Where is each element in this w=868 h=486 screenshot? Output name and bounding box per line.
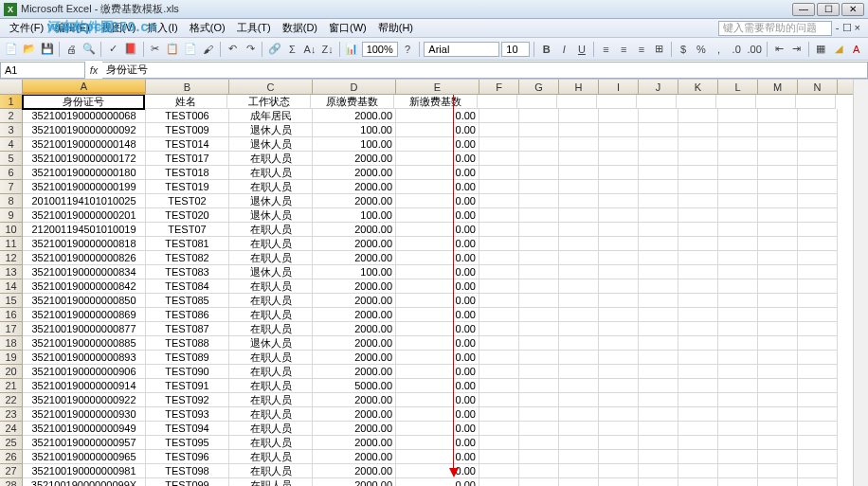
cell-21-G[interactable] — [519, 379, 559, 393]
cell-14-J[interactable] — [639, 279, 678, 294]
cell-6-K[interactable] — [678, 166, 718, 180]
inc-indent-icon[interactable]: ⇥ — [788, 41, 805, 58]
cell-12-J[interactable] — [639, 251, 678, 265]
cell-21-N[interactable] — [798, 379, 838, 393]
cell-25-F[interactable] — [479, 436, 519, 450]
cell-7-E[interactable]: 0.00 — [396, 180, 479, 194]
cell-15-N[interactable] — [798, 294, 838, 308]
cell-9-M[interactable] — [758, 208, 798, 223]
cell-5-C[interactable]: 在职人员 — [229, 152, 313, 166]
cell-18-N[interactable] — [798, 336, 838, 351]
fillcolor-icon[interactable]: ◢ — [831, 41, 847, 58]
cell-14-D[interactable]: 2000.00 — [313, 279, 396, 294]
column-header-F[interactable]: F — [479, 80, 519, 94]
cell-17-J[interactable] — [639, 322, 678, 336]
cell-9-A[interactable]: 352100190000000201 — [23, 208, 146, 223]
cell-22-H[interactable] — [559, 393, 599, 407]
cell-27-A[interactable]: 352100190000000981 — [23, 464, 146, 478]
cell-28-G[interactable] — [519, 478, 559, 486]
cell-20-E[interactable]: 0.00 — [396, 365, 479, 379]
cell-16-N[interactable] — [798, 308, 838, 322]
cell-9-I[interactable] — [599, 208, 639, 223]
cell-5-N[interactable] — [798, 152, 838, 166]
cell-28-F[interactable] — [479, 478, 519, 486]
cell-16-B[interactable]: TEST086 — [146, 308, 229, 322]
cell-22-D[interactable]: 2000.00 — [313, 393, 396, 407]
cell-17-E[interactable]: 0.00 — [396, 322, 479, 336]
cell-6-A[interactable]: 352100190000000180 — [23, 166, 146, 180]
cell-10-H[interactable] — [559, 223, 599, 237]
paste-icon[interactable]: 📄 — [183, 41, 199, 58]
cell-7-I[interactable] — [599, 180, 639, 194]
cell-26-C[interactable]: 在职人员 — [229, 450, 313, 464]
fx-button[interactable]: fx — [85, 62, 102, 79]
cell-27-K[interactable] — [678, 464, 718, 478]
cell-20-C[interactable]: 在职人员 — [229, 365, 313, 379]
cell-14-M[interactable] — [758, 279, 798, 294]
cell-5-B[interactable]: TEST017 — [146, 152, 229, 166]
row-header-14[interactable]: 14 — [0, 279, 23, 294]
cell-28-M[interactable] — [758, 478, 798, 486]
cell-8-B[interactable]: TEST02 — [146, 194, 229, 208]
cell-26-J[interactable] — [639, 450, 678, 464]
cell-23-D[interactable]: 2000.00 — [313, 407, 396, 422]
cell-16-E[interactable]: 0.00 — [396, 308, 479, 322]
cell-10-D[interactable]: 2000.00 — [313, 223, 396, 237]
cell-25-A[interactable]: 352100190000000957 — [23, 436, 146, 450]
cell-13-K[interactable] — [678, 265, 718, 279]
cell-15-F[interactable] — [479, 294, 519, 308]
cell-4-G[interactable] — [519, 137, 559, 152]
cell-16-F[interactable] — [479, 308, 519, 322]
cell-2-J[interactable] — [639, 109, 678, 123]
spell-icon[interactable]: ✓ — [105, 41, 121, 58]
cell-21-F[interactable] — [479, 379, 519, 393]
cell-28-L[interactable] — [718, 478, 758, 486]
column-header-L[interactable]: L — [718, 80, 758, 94]
cell-25-C[interactable]: 在职人员 — [229, 436, 313, 450]
cell-17-G[interactable] — [519, 322, 559, 336]
cell-1-F[interactable] — [478, 95, 517, 109]
cell-28-D[interactable]: 2000.00 — [313, 478, 396, 486]
cell-1-A[interactable]: 身份证号 — [22, 95, 145, 110]
cell-19-C[interactable]: 在职人员 — [229, 351, 313, 365]
underline-icon[interactable]: U — [574, 41, 590, 58]
cell-23-I[interactable] — [599, 407, 639, 422]
cell-26-E[interactable]: 0.00 — [396, 450, 479, 464]
cell-6-I[interactable] — [599, 166, 639, 180]
cell-3-E[interactable]: 0.00 — [396, 123, 479, 137]
cell-14-G[interactable] — [519, 279, 559, 294]
cell-14-K[interactable] — [678, 279, 718, 294]
cell-18-C[interactable]: 退休人员 — [229, 336, 313, 351]
cell-16-K[interactable] — [678, 308, 718, 322]
menu-file[interactable]: 文件(F) — [4, 19, 49, 37]
cell-2-A[interactable]: 352100190000000068 — [23, 109, 146, 123]
sum-icon[interactable]: Σ — [284, 41, 300, 58]
cell-22-J[interactable] — [639, 393, 678, 407]
row-header-2[interactable]: 2 — [0, 109, 23, 123]
cell-3-L[interactable] — [718, 123, 758, 137]
cell-11-N[interactable] — [798, 237, 838, 251]
cell-12-G[interactable] — [519, 251, 559, 265]
cell-15-B[interactable]: TEST085 — [146, 294, 229, 308]
row-header-9[interactable]: 9 — [0, 208, 23, 223]
cell-7-H[interactable] — [559, 180, 599, 194]
cell-13-L[interactable] — [718, 265, 758, 279]
cell-26-K[interactable] — [678, 450, 718, 464]
cell-5-M[interactable] — [758, 152, 798, 166]
cell-14-A[interactable]: 352100190000000842 — [23, 279, 146, 294]
research-icon[interactable]: 📕 — [123, 41, 139, 58]
column-header-I[interactable]: I — [599, 80, 639, 94]
minimize-button[interactable]: — — [792, 3, 815, 16]
cell-13-E[interactable]: 0.00 — [396, 265, 479, 279]
cell-3-D[interactable]: 100.00 — [313, 123, 396, 137]
cell-15-E[interactable]: 0.00 — [396, 294, 479, 308]
cell-23-C[interactable]: 在职人员 — [229, 407, 313, 422]
cell-9-H[interactable] — [559, 208, 599, 223]
cell-24-B[interactable]: TEST094 — [146, 422, 229, 436]
cell-12-H[interactable] — [559, 251, 599, 265]
cell-28-C[interactable]: 在职人员 — [229, 478, 313, 486]
cell-25-K[interactable] — [678, 436, 718, 450]
cell-5-H[interactable] — [559, 152, 599, 166]
cell-16-C[interactable]: 在职人员 — [229, 308, 313, 322]
cell-18-D[interactable]: 2000.00 — [313, 336, 396, 351]
